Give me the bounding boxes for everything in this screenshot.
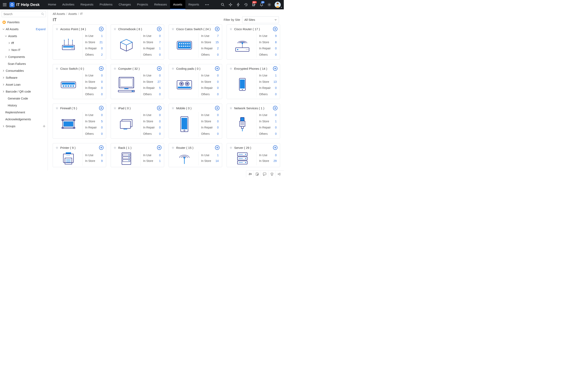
- add-icon[interactable]: [273, 66, 277, 71]
- stat-value[interactable]: 5: [159, 85, 161, 90]
- star-icon[interactable]: [229, 67, 233, 70]
- breadcrumb-item[interactable]: All Assets: [53, 12, 65, 16]
- stat-value[interactable]: 0: [159, 33, 161, 38]
- stat-value[interactable]: 1: [101, 33, 103, 38]
- asset-card-network-services[interactable]: Network Services ( 1 ) In Use0 In Store1…: [227, 104, 280, 139]
- stat-value[interactable]: 1: [159, 158, 161, 163]
- star-icon[interactable]: [229, 27, 233, 31]
- add-icon[interactable]: [273, 106, 277, 110]
- stat-value[interactable]: 0: [159, 153, 161, 158]
- add-icon[interactable]: [215, 66, 219, 71]
- stat-value[interactable]: 5: [101, 119, 103, 124]
- stat-value[interactable]: 0: [217, 125, 219, 130]
- sidebar-item-groups[interactable]: Groups: [0, 123, 48, 130]
- asset-card-access-point[interactable]: Access Point ( 24 ) In Use1 In Store21 I…: [53, 25, 106, 59]
- stat-value[interactable]: 0: [217, 79, 219, 84]
- site-select[interactable]: All Sites: [242, 16, 279, 23]
- sidebar-item-acknowledgements[interactable]: Acknowledgements: [0, 116, 48, 123]
- stat-value[interactable]: 0: [101, 79, 103, 84]
- bell-icon[interactable]: 25: [258, 0, 265, 9]
- nav-tab-assets[interactable]: Assets: [170, 0, 185, 9]
- stat-value[interactable]: 0: [217, 92, 219, 97]
- stat-value[interactable]: 0: [217, 119, 219, 124]
- nav-more-icon[interactable]: [202, 4, 212, 5]
- stat-value[interactable]: 0: [217, 131, 219, 136]
- avatar[interactable]: [274, 0, 282, 9]
- add-icon[interactable]: [157, 66, 162, 71]
- add-icon[interactable]: [99, 106, 104, 110]
- stat-value[interactable]: 0: [275, 52, 277, 57]
- asset-card-ipad[interactable]: iPad ( 0 ) In Use0 In Store0 In Repair0 …: [111, 104, 164, 139]
- asset-card-router[interactable]: Router ( 15 ) In Use1 In Store14: [169, 143, 222, 167]
- star-icon[interactable]: [55, 67, 59, 70]
- breadcrumb-item[interactable]: Assets: [68, 12, 77, 16]
- add-icon[interactable]: [157, 27, 162, 31]
- stat-value[interactable]: 0: [101, 92, 103, 97]
- stat-value[interactable]: 0: [275, 125, 277, 130]
- stat-value[interactable]: 0: [159, 52, 161, 57]
- stat-value[interactable]: 29: [273, 158, 277, 163]
- stat-value[interactable]: 0: [159, 119, 161, 124]
- stat-value[interactable]: 1: [217, 153, 219, 158]
- asset-card-computer[interactable]: Computer ( 32 ) In Use0 In Store27 In Re…: [111, 64, 164, 99]
- asset-card-printer[interactable]: Printer ( 9 ) In Use0 In Store9: [53, 143, 106, 167]
- stat-value[interactable]: 0: [159, 131, 161, 136]
- asset-card-cisco-switch[interactable]: Cisco Switch ( 0 ) In Use0 In Store0 In …: [53, 64, 106, 99]
- sidebar-item-history[interactable]: History: [0, 102, 48, 109]
- add-icon[interactable]: [215, 145, 219, 150]
- stat-value[interactable]: 0: [275, 92, 277, 97]
- sidebar-item-non-it[interactable]: Non-IT: [0, 47, 48, 53]
- stat-value[interactable]: 1: [275, 73, 277, 78]
- stat-value[interactable]: 0: [159, 92, 161, 97]
- stat-value[interactable]: 0: [159, 73, 161, 78]
- star-icon[interactable]: [113, 146, 117, 149]
- sidebar-item-replenishment[interactable]: Replenishment: [0, 109, 48, 116]
- sidebar-item-favorites[interactable]: Favorites: [0, 19, 48, 26]
- star-icon[interactable]: [229, 106, 233, 110]
- sidebar-item-software[interactable]: Software: [0, 74, 48, 81]
- stat-value[interactable]: 0: [101, 131, 103, 136]
- asset-card-cisco-catos-switch[interactable]: Cisco Catos Switch ( 24 ) In Use7 In Sto…: [169, 25, 222, 59]
- star-icon[interactable]: [55, 106, 59, 110]
- asset-card-mobile[interactable]: Mobile ( 0 ) In Use0 In Store0 In Repair…: [169, 104, 222, 139]
- asset-card-cisco-router[interactable]: Cisco Router ( 17 ) In Use9 In Store8 In…: [227, 25, 280, 59]
- stat-value[interactable]: 14: [215, 158, 219, 163]
- sidebar-item-asset-loan[interactable]: Asset Loan: [0, 81, 48, 88]
- star-icon[interactable]: [113, 106, 117, 110]
- asset-card-chromebook[interactable]: Chromebook ( 8 ) In Use0 In Store7 In Re…: [111, 25, 164, 59]
- sidebar-item-it[interactable]: IT: [0, 40, 48, 47]
- stat-value[interactable]: 0: [101, 73, 103, 78]
- ai-icon[interactable]: [227, 0, 234, 9]
- star-icon[interactable]: [113, 67, 117, 70]
- bulb-icon[interactable]: [268, 171, 276, 178]
- notes-icon[interactable]: [254, 171, 261, 178]
- add-icon[interactable]: [273, 145, 277, 150]
- stat-value[interactable]: 0: [101, 46, 103, 51]
- nav-tab-activities[interactable]: Activities: [59, 0, 77, 9]
- stat-value[interactable]: 0: [217, 85, 219, 90]
- star-icon[interactable]: [55, 146, 59, 149]
- stat-value[interactable]: 8: [275, 40, 277, 45]
- stat-value[interactable]: 13: [273, 79, 277, 84]
- stat-value[interactable]: 0: [275, 131, 277, 136]
- sidebar-item-assets[interactable]: Assets: [0, 33, 48, 40]
- stat-value[interactable]: 0: [101, 153, 103, 158]
- stat-value[interactable]: 1: [275, 119, 277, 124]
- breadcrumb-item[interactable]: IT: [80, 12, 83, 16]
- stat-value[interactable]: 0: [101, 113, 103, 117]
- stat-value[interactable]: 1: [159, 46, 161, 51]
- inbox-icon[interactable]: 99+: [250, 0, 257, 9]
- expand-link[interactable]: Expand: [36, 27, 45, 31]
- sidebar-item-consumables[interactable]: Consumables: [0, 67, 48, 74]
- stat-value[interactable]: 0: [159, 113, 161, 117]
- hamburger-icon[interactable]: [0, 0, 9, 9]
- nav-tab-releases[interactable]: Releases: [151, 0, 170, 9]
- stat-value[interactable]: 0: [275, 46, 277, 51]
- plus-icon[interactable]: [43, 125, 45, 128]
- stat-value[interactable]: 0: [275, 85, 277, 90]
- stat-value[interactable]: 2: [217, 46, 219, 51]
- asset-card-server[interactable]: Server ( 29 ) In Use0 In Store29: [227, 143, 280, 167]
- nav-tab-requests[interactable]: Requests: [77, 0, 96, 9]
- add-icon[interactable]: [99, 27, 104, 31]
- zia-icon[interactable]: ZA: [247, 171, 254, 178]
